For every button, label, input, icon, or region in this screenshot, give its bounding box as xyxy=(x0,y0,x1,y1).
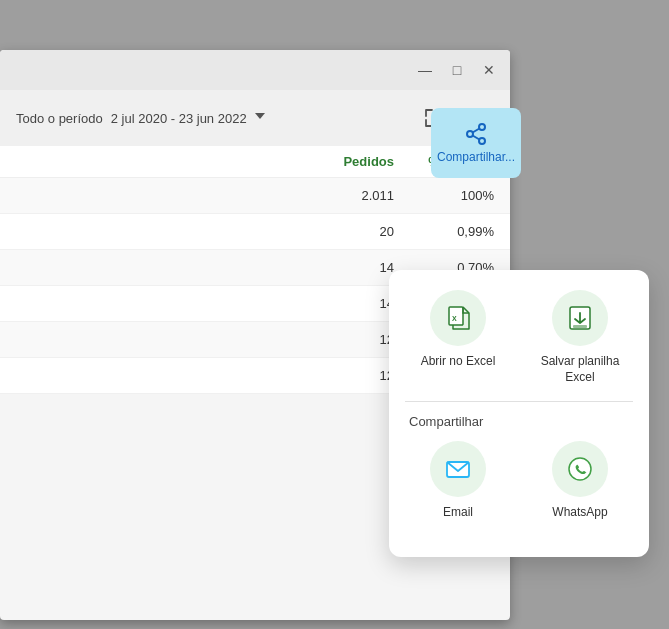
whatsapp-item[interactable]: WhatsApp xyxy=(535,441,625,521)
cell-name xyxy=(16,188,294,203)
menu-divider xyxy=(405,401,633,402)
svg-text:X: X xyxy=(452,315,457,322)
email-icon-circle xyxy=(430,441,486,497)
table-row: 2.011 100% xyxy=(0,178,510,214)
cell-pedidos: 2.011 xyxy=(294,188,394,203)
email-label: Email xyxy=(443,505,473,521)
svg-point-1 xyxy=(479,124,485,130)
whatsapp-label: WhatsApp xyxy=(552,505,607,521)
share-icon xyxy=(464,122,488,146)
minimize-button[interactable]: — xyxy=(416,61,434,79)
email-item[interactable]: Email xyxy=(413,441,503,521)
share-button-container: Compartilhar... xyxy=(431,108,521,178)
svg-line-4 xyxy=(473,136,480,140)
col-header-name xyxy=(16,154,294,169)
cell-pedidos: 20 xyxy=(294,224,394,239)
share-button[interactable]: Compartilhar... xyxy=(431,108,521,178)
filter-left: Todo o período 2 jul 2020 - 23 jun 2022 xyxy=(16,111,265,126)
cell-name xyxy=(16,332,294,347)
save-excel-item[interactable]: Salvar planilha Excel xyxy=(535,290,625,385)
dropdown-menu: X Abrir no Excel Salvar planilha Excel C… xyxy=(389,270,649,557)
cell-name xyxy=(16,296,294,311)
save-excel-icon-circle xyxy=(552,290,608,346)
share-row: Email WhatsApp xyxy=(405,441,633,521)
cell-name xyxy=(16,224,294,239)
share-section-label: Compartilhar xyxy=(405,414,633,429)
svg-line-5 xyxy=(473,129,480,133)
col-header-pedidos: Pedidos xyxy=(294,154,394,169)
dropdown-arrow-icon[interactable] xyxy=(255,113,265,123)
whatsapp-icon-circle xyxy=(552,441,608,497)
cell-percent: 100% xyxy=(394,188,494,203)
open-excel-icon-circle: X xyxy=(430,290,486,346)
close-button[interactable]: ✕ xyxy=(480,61,498,79)
svg-rect-9 xyxy=(573,325,587,328)
svg-point-2 xyxy=(467,131,473,137)
cell-pedidos: 12 xyxy=(294,368,394,383)
cell-pedidos: 12 xyxy=(294,332,394,347)
cell-name xyxy=(16,368,294,383)
excel-row: X Abrir no Excel Salvar planilha Excel xyxy=(405,290,633,385)
date-range: 2 jul 2020 - 23 jun 2022 xyxy=(111,111,247,126)
open-excel-label: Abrir no Excel xyxy=(421,354,496,370)
svg-point-3 xyxy=(479,138,485,144)
cell-percent: 0,99% xyxy=(394,224,494,239)
cell-pedidos: 14 xyxy=(294,260,394,275)
cell-pedidos: 14 xyxy=(294,296,394,311)
open-excel-item[interactable]: X Abrir no Excel xyxy=(413,290,503,385)
title-bar: — □ ✕ xyxy=(0,50,510,90)
period-label: Todo o período xyxy=(16,111,103,126)
share-label: Compartilhar... xyxy=(437,150,515,164)
save-excel-label: Salvar planilha Excel xyxy=(535,354,625,385)
maximize-button[interactable]: □ xyxy=(448,61,466,79)
cell-name xyxy=(16,260,294,275)
table-row: 20 0,99% xyxy=(0,214,510,250)
svg-point-11 xyxy=(569,458,591,480)
